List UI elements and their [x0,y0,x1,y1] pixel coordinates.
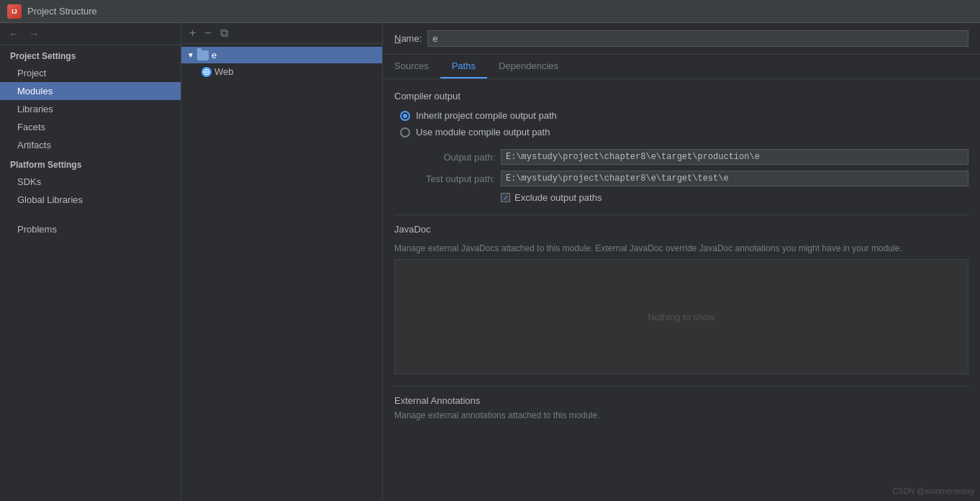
sidebar-item-artifacts[interactable]: Artifacts [0,136,181,154]
sidebar-item-project[interactable]: Project [0,64,181,82]
name-label: Name: [394,33,422,44]
divider-2 [394,386,968,387]
tree-content: ▼ e Web [181,44,382,501]
copy-module-button[interactable]: ⧉ [218,27,230,40]
exclude-checkbox-label: Exclude output paths [514,192,602,203]
web-icon [201,67,212,77]
title-bar-text: Project Structure [27,6,97,17]
platform-settings-header: Platform Settings [0,154,181,173]
inherit-radio-item[interactable]: Inherit project compile output path [400,110,968,121]
add-module-button[interactable]: + [187,27,198,40]
main-layout: ← → Project Settings Project Modules Lib… [0,23,980,501]
project-settings-header: Project Settings [0,45,181,64]
exclude-checkbox-row: Exclude output paths [394,192,968,203]
sidebar-item-libraries[interactable]: Libraries [0,100,181,118]
tree-item-web[interactable]: Web [181,63,382,80]
inherit-radio-button[interactable] [400,111,410,121]
exclude-checkbox[interactable] [501,193,510,202]
forward-button[interactable]: → [26,27,42,40]
tab-sources[interactable]: Sources [383,55,440,78]
use-module-radio-button[interactable] [400,127,410,137]
right-panel: Name: Sources Paths Dependencies Compile… [383,23,980,501]
tab-paths[interactable]: Paths [440,55,487,78]
expand-arrow: ▼ [187,51,194,59]
test-output-path-row: Test output path: [394,171,968,186]
test-output-path-label: Test output path: [394,173,495,184]
radio-group: Inherit project compile output path Use … [394,110,968,137]
external-annotations-title: External Annotations [394,395,968,406]
tree-toolbar: + − ⧉ [181,23,382,44]
javadoc-empty-area: Nothing to show [394,259,968,374]
external-annotations-desc: Manage external annotations attached to … [394,410,968,420]
title-bar: IJ Project Structure [0,0,980,23]
tab-bar: Sources Paths Dependencies [383,55,980,79]
folder-icon [197,50,209,60]
javadoc-title: JavaDoc [394,224,968,235]
watermark: CSDN @summerseaxy [892,487,974,495]
test-output-path-input[interactable] [501,171,968,186]
output-path-input[interactable] [501,149,968,165]
back-button[interactable]: ← [6,27,22,40]
tree-item-e-label: e [212,50,217,60]
tab-dependencies[interactable]: Dependencies [487,55,570,78]
sidebar-item-facets[interactable]: Facets [0,118,181,136]
tree-item-web-label: Web [214,66,234,77]
remove-module-button[interactable]: − [202,27,213,40]
sidebar-item-global-libraries[interactable]: Global Libraries [0,191,181,209]
compiler-output-title: Compiler output [394,91,968,101]
sidebar-nav: ← → [0,23,181,45]
use-module-radio-label: Use module compile output path [416,127,550,137]
sidebar-item-modules[interactable]: Modules [0,82,181,100]
name-row: Name: [383,23,980,55]
sidebar: ← → Project Settings Project Modules Lib… [0,23,181,501]
output-path-row: Output path: [394,149,968,165]
module-tree: + − ⧉ ▼ e Web [181,23,383,501]
output-path-label: Output path: [394,152,495,163]
javadoc-desc: Manage external JavaDocs attached to thi… [394,243,968,253]
tree-item-e[interactable]: ▼ e [181,47,382,63]
use-module-radio-item[interactable]: Use module compile output path [400,127,968,137]
nothing-to-show: Nothing to show [648,312,714,322]
content-area: Compiler output Inherit project compile … [383,79,980,501]
divider-1 [394,215,968,215]
sidebar-item-problems[interactable]: Problems [0,220,181,238]
app-logo: IJ [7,4,22,19]
sidebar-item-sdks[interactable]: SDKs [0,173,181,191]
inherit-radio-label: Inherit project compile output path [416,110,557,121]
name-input[interactable] [427,30,968,47]
